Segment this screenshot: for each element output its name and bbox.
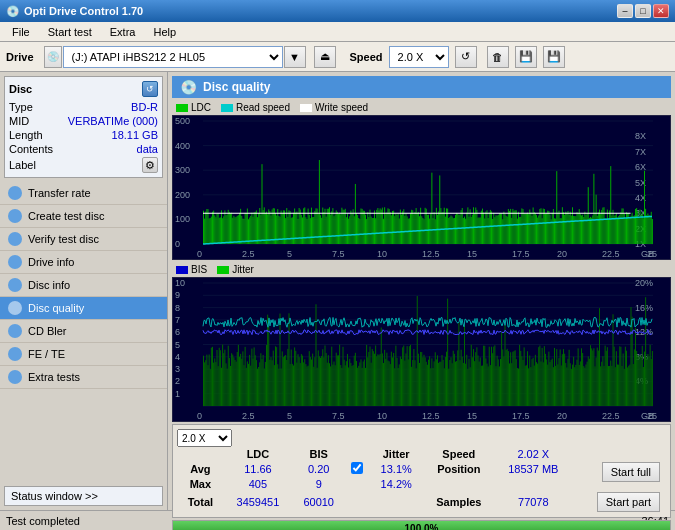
nav-icon-verify <box>8 232 22 246</box>
nav-icon-extra <box>8 370 22 384</box>
erase-button[interactable]: 🗑 <box>487 46 509 68</box>
max-label: Max <box>177 477 224 491</box>
disc-mid-row: MID VERBATIMe (000) <box>9 115 158 127</box>
disc-contents-label: Contents <box>9 143 53 155</box>
progress-bar-container: 100.0% <box>172 520 671 530</box>
avg-bis: 0.20 <box>292 461 345 477</box>
disc-mid-label: MID <box>9 115 29 127</box>
nav-icon-drive <box>8 255 22 269</box>
start-full-button[interactable]: Start full <box>602 462 660 482</box>
max-jitter: 14.2% <box>369 477 423 491</box>
stats-panel: 2.0 X LDC BIS Jitter Speed 2.02 X Avg 11… <box>172 424 671 518</box>
col-jitter: Jitter <box>369 447 423 461</box>
nav-verify-test-disc[interactable]: Verify test disc <box>0 228 167 251</box>
samples-value: 77078 <box>495 491 573 513</box>
menu-help[interactable]: Help <box>145 24 184 40</box>
nav-transfer-rate[interactable]: Transfer rate <box>0 182 167 205</box>
nav-icon-bler <box>8 324 22 338</box>
disc-quality-header: 💿 Disc quality <box>172 76 671 98</box>
left-panel: Disc ↺ Type BD-R MID VERBATIMe (000) Len… <box>0 72 168 510</box>
progress-row: 100.0% <box>172 520 671 530</box>
top-chart-legend: LDC Read speed Write speed <box>172 100 671 115</box>
jitter-checkbox[interactable] <box>351 462 363 474</box>
drive-bar: Drive 💿 (J:) ATAPI iHBS212 2 HL05 ▼ ⏏ Sp… <box>0 42 675 72</box>
menu-bar: File Start test Extra Help <box>0 22 675 42</box>
menu-extra[interactable]: Extra <box>102 24 144 40</box>
col-speed-label: Speed <box>423 447 494 461</box>
burn-button[interactable]: 💾 <box>515 46 537 68</box>
bottom-chart-legend: BIS Jitter <box>172 262 671 277</box>
col-speed-value: 2.02 X <box>495 447 573 461</box>
disc-section-title: Disc <box>9 83 32 95</box>
nav-extra-tests[interactable]: Extra tests <box>0 366 167 389</box>
drive-label: Drive <box>6 51 34 63</box>
total-label: Total <box>177 491 224 513</box>
nav-icon-disc <box>8 278 22 292</box>
disc-refresh-button[interactable]: ↺ <box>142 81 158 97</box>
progress-text: 100.0% <box>405 523 439 531</box>
disc-type-value: BD-R <box>131 101 158 113</box>
disc-label-icon[interactable]: ⚙ <box>142 157 158 173</box>
save-button[interactable]: 💾 <box>543 46 565 68</box>
total-ldc: 3459451 <box>224 491 292 513</box>
nav-cd-bler[interactable]: CD Bler <box>0 320 167 343</box>
app-icon: 💿 <box>6 5 20 18</box>
disc-label-label: Label <box>9 159 36 171</box>
drive-selector[interactable]: (J:) ATAPI iHBS212 2 HL05 <box>63 46 283 68</box>
title-bar: 💿 Opti Drive Control 1.70 – □ ✕ <box>0 0 675 22</box>
disc-header: Disc ↺ <box>9 81 158 97</box>
legend-bis: BIS <box>176 264 207 275</box>
disc-section: Disc ↺ Type BD-R MID VERBATIMe (000) Len… <box>4 76 163 178</box>
menu-file[interactable]: File <box>4 24 38 40</box>
minimize-button[interactable]: – <box>617 4 633 18</box>
nav-disc-info[interactable]: Disc info <box>0 274 167 297</box>
nav-fe-te[interactable]: FE / TE <box>0 343 167 366</box>
drive-eject-button[interactable]: ⏏ <box>314 46 336 68</box>
max-bis: 9 <box>292 477 345 491</box>
nav-icon-fe-te <box>8 347 22 361</box>
disc-mid-value: VERBATIMe (000) <box>68 115 158 127</box>
bis-color <box>176 266 188 274</box>
main-content: Disc ↺ Type BD-R MID VERBATIMe (000) Len… <box>0 72 675 510</box>
disc-contents-value: data <box>137 143 158 155</box>
menu-start-test[interactable]: Start test <box>40 24 100 40</box>
legend-ldc: LDC <box>176 102 211 113</box>
disc-label-row: Label ⚙ <box>9 157 158 173</box>
start-part-button[interactable]: Start part <box>597 492 660 512</box>
maximize-button[interactable]: □ <box>635 4 651 18</box>
nav-drive-info[interactable]: Drive info <box>0 251 167 274</box>
max-ldc: 405 <box>224 477 292 491</box>
stats-table: LDC BIS Jitter Speed 2.02 X Avg 11.66 0.… <box>177 447 666 513</box>
right-panel: 💿 Disc quality LDC Read speed Write spee… <box>168 72 675 510</box>
legend-read-speed: Read speed <box>221 102 290 113</box>
drive-refresh-button[interactable]: ▼ <box>284 46 306 68</box>
speed-label: Speed <box>350 51 383 63</box>
nav-icon-transfer <box>8 186 22 200</box>
write-speed-color <box>300 104 312 112</box>
speed-refresh-button[interactable]: ↺ <box>455 46 477 68</box>
avg-ldc: 11.66 <box>224 461 292 477</box>
status-window-button[interactable]: Status window >> <box>4 486 163 506</box>
disc-type-label: Type <box>9 101 33 113</box>
disc-length-label: Length <box>9 129 43 141</box>
nav-create-test-disc[interactable]: Create test disc <box>0 205 167 228</box>
total-bis: 60010 <box>292 491 345 513</box>
position-label: Position <box>423 461 494 477</box>
status-window-label: Status window >> <box>11 490 98 502</box>
speed-control-select[interactable]: 2.0 X <box>177 429 232 447</box>
status-text: Test completed <box>6 515 80 527</box>
ldc-color <box>176 104 188 112</box>
read-speed-color <box>221 104 233 112</box>
position-value: 18537 MB <box>495 461 573 477</box>
title-bar-title: 💿 Opti Drive Control 1.70 <box>6 5 143 18</box>
disc-length-row: Length 18.11 GB <box>9 129 158 141</box>
drive-eject-icon: 💿 <box>44 46 62 68</box>
avg-label: Avg <box>177 461 224 477</box>
disc-quality-title: Disc quality <box>203 80 270 94</box>
bottom-chart <box>172 277 671 422</box>
close-button[interactable]: ✕ <box>653 4 669 18</box>
nav-disc-quality[interactable]: Disc quality <box>0 297 167 320</box>
top-chart <box>172 115 671 260</box>
speed-selector[interactable]: 2.0 X <box>389 46 449 68</box>
disc-contents-row: Contents data <box>9 143 158 155</box>
